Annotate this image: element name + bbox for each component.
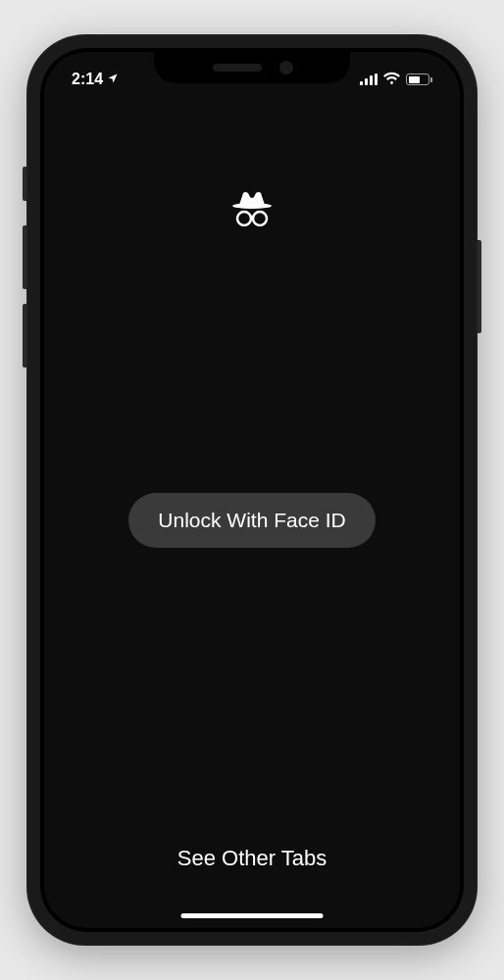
location-icon [107, 73, 119, 87]
phone-bezel: 2:14 [40, 48, 464, 932]
incognito-icon [231, 189, 273, 226]
unlock-face-id-button[interactable]: Unlock With Face ID [128, 493, 375, 548]
home-indicator[interactable] [181, 913, 324, 918]
volume-up-button [23, 225, 26, 289]
notch [154, 52, 350, 83]
battery-icon [406, 74, 432, 85]
status-left: 2:14 [72, 63, 119, 88]
signal-icon [360, 74, 378, 85]
status-right [360, 63, 432, 88]
screen: 2:14 [44, 52, 460, 928]
phone-frame: 2:14 [26, 34, 478, 946]
mute-switch [23, 167, 26, 201]
wifi-icon [383, 71, 400, 88]
svg-point-0 [232, 203, 272, 209]
status-time: 2:14 [72, 71, 103, 88]
svg-point-1 [237, 212, 251, 225]
content-area: Unlock With Face ID See Other Tabs [44, 52, 460, 928]
see-other-tabs-button[interactable]: See Other Tabs [177, 846, 327, 871]
volume-down-button [23, 304, 26, 368]
power-button [478, 240, 481, 333]
svg-point-2 [253, 212, 267, 225]
